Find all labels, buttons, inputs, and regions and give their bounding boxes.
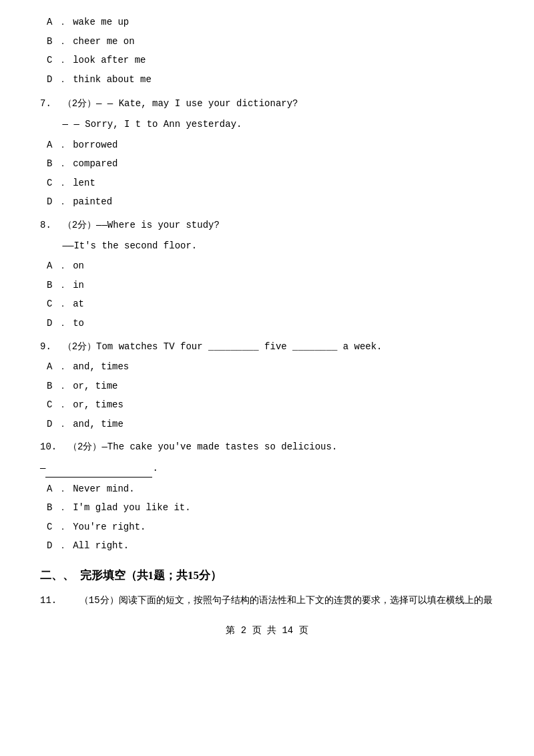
option-7-A: A ． borrowed [40, 136, 494, 154]
option-9-C: C ． or, times [40, 396, 494, 414]
question-10-stem2: — . [40, 459, 494, 478]
question-7-stem2: — — Sorry, I t to Ann yesterday. [40, 116, 494, 134]
option-7-B: B ． compared [40, 155, 494, 173]
question-8-stem2: ——It's the second floor. [40, 237, 494, 255]
option-8-C: C ． at [40, 295, 494, 313]
option-9-D: D ． and, time [40, 415, 494, 433]
option-10-B: B ． I'm glad you like it. [40, 499, 494, 517]
question-8-stem1: 8. （2分）——Where is your study? [40, 216, 494, 234]
option-8-B: B ． in [40, 276, 494, 295]
option-D-prev: D ． think about me [40, 71, 494, 89]
option-10-C: C ． You're right. [40, 518, 494, 536]
option-7-C: C ． lent [40, 174, 494, 192]
option-C-prev: C ． look after me [40, 51, 494, 69]
question-7: 7. （2分）— — Kate, may I use your dictiona… [40, 95, 494, 211]
question-10: 10. （2分）—The cake you've made tastes so … [40, 438, 494, 555]
option-10-A: A ． Never mind. [40, 480, 494, 498]
question-10-stem1: 10. （2分）—The cake you've made tastes so … [40, 438, 494, 456]
option-7-D: D ． painted [40, 193, 494, 211]
option-B-prev: B ． cheer me on [40, 33, 494, 51]
option-10-D: D ． All right. [40, 537, 494, 555]
page-footer: 第 2 页 共 14 页 [40, 622, 494, 639]
option-9-B: B ． or, time [40, 377, 494, 395]
question-8: 8. （2分）——Where is your study? ——It's the… [40, 216, 494, 333]
question-9: 9. （2分）Tom watches TV four _________ fiv… [40, 338, 494, 433]
section-2-header: 二、、 完形填空（共1题；共15分） [40, 566, 494, 586]
question-11-stem: 11. （15分）阅读下面的短文，按照句子结构的语法性和上下文的连贯的要求，选择… [40, 592, 494, 610]
option-8-D: D ． to [40, 315, 494, 333]
option-A-prev: A ． wake me up [40, 13, 494, 31]
prev-options-block: A ． wake me up B ． cheer me on C ． look … [40, 13, 494, 88]
option-9-A: A ． and, times [40, 358, 494, 376]
question-11: 11. （15分）阅读下面的短文，按照句子结构的语法性和上下文的连贯的要求，选择… [40, 592, 494, 610]
option-8-A: A ． on [40, 257, 494, 275]
question-7-stem1: 7. （2分）— — Kate, may I use your dictiona… [40, 95, 494, 113]
question-9-stem1: 9. （2分）Tom watches TV four _________ fiv… [40, 338, 494, 356]
